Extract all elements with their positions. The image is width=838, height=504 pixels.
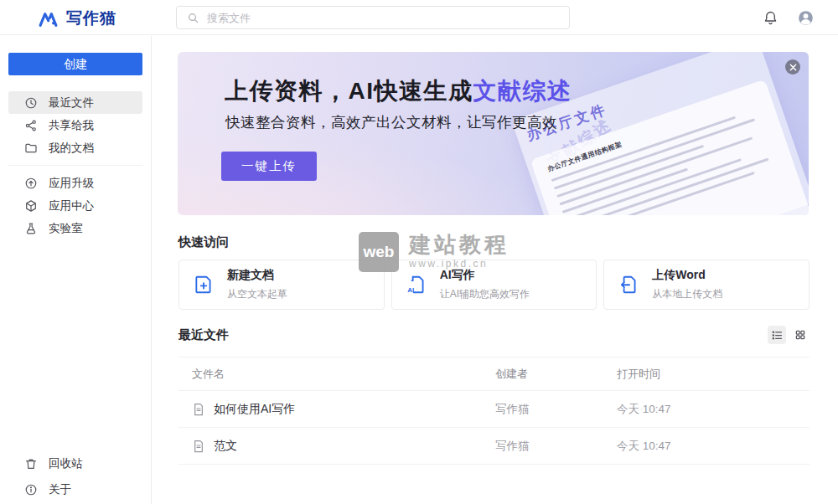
card-title: 新建文档	[227, 268, 287, 283]
file-creator: 写作猫	[495, 439, 617, 454]
folder-icon	[24, 141, 38, 155]
card-subtitle: 从本地上传文档	[652, 287, 722, 301]
grid-view-icon[interactable]	[791, 326, 810, 344]
file-name-cell: 范文	[192, 439, 495, 454]
quick-access-cards: 新建文档 从空文本起草 AI AI写作 让AI辅助您高效写作	[178, 260, 810, 310]
sidebar-item-label: 最近文件	[49, 95, 94, 111]
card-upload-word[interactable]: 上传Word 从本地上传文档	[603, 260, 810, 310]
one-click-upload-button[interactable]: 一键上传	[221, 152, 317, 181]
logo-icon	[38, 9, 59, 28]
table-header-row: 文件名 创建者 打开时间	[178, 357, 810, 391]
doc-text-line	[559, 137, 753, 206]
app-logo[interactable]: 写作猫	[38, 8, 116, 29]
card-text: AI写作 让AI辅助您高效写作	[440, 268, 530, 301]
flask-icon	[24, 222, 38, 235]
sidebar-divider	[8, 165, 142, 166]
file-name: 如何使用AI写作	[214, 402, 295, 417]
sidebar-nav: 最近文件 共享给我 我的文档	[0, 91, 151, 239]
trash-icon	[24, 457, 38, 471]
doc-ai-icon: AI	[406, 274, 427, 296]
sidebar-item-shared-with-me[interactable]: 共享给我	[8, 114, 142, 136]
sidebar-item-label: 实验室	[49, 221, 83, 236]
card-new-document[interactable]: 新建文档 从空文本起草	[178, 260, 385, 310]
file-name-cell: 如何使用AI写作	[192, 402, 495, 417]
table-row[interactable]: 如何使用AI写作 写作猫 今天 10:47	[178, 391, 810, 428]
sidebar-item-label: 我的文档	[49, 141, 94, 156]
user-avatar-icon[interactable]	[797, 9, 815, 27]
sidebar-item-app-center[interactable]: 应用中心	[8, 194, 142, 217]
sidebar: 创建 最近文件 共享给我	[0, 36, 152, 504]
sidebar-item-label: 应用中心	[49, 198, 94, 213]
sidebar-item-recycle-bin[interactable]: 回收站	[8, 452, 142, 475]
cube-icon	[24, 199, 38, 213]
arrow-up-circle-icon	[24, 177, 38, 190]
sidebar-item-lab[interactable]: 实验室	[8, 217, 142, 239]
sidebar-item-about[interactable]: 关于	[8, 478, 142, 501]
file-opened-time: 今天 10:47	[617, 402, 810, 417]
card-title: 上传Word	[652, 268, 722, 283]
card-ai-writing[interactable]: AI AI写作 让AI辅助您高效写作	[391, 260, 597, 310]
card-text: 上传Word 从本地上传文档	[652, 268, 722, 301]
search-input[interactable]	[207, 12, 559, 24]
sidebar-bottom-nav: 回收站 关于	[0, 452, 151, 504]
sidebar-item-app-upgrade[interactable]: 应用升级	[8, 172, 142, 194]
column-header-opened-time: 打开时间	[617, 367, 810, 382]
table-row[interactable]: 范文 写作猫 今天 10:47	[178, 428, 810, 465]
sidebar-item-my-documents[interactable]: 我的文档	[8, 136, 142, 159]
sidebar-item-label: 应用升级	[49, 176, 94, 191]
document-icon	[192, 439, 205, 454]
file-creator: 写作猫	[495, 402, 617, 417]
sidebar-item-label: 回收站	[49, 456, 83, 471]
clock-icon	[24, 96, 38, 110]
card-subtitle: 从空文本起草	[227, 287, 287, 301]
top-header: 写作猫	[0, 0, 838, 35]
column-header-filename: 文件名	[192, 367, 495, 382]
column-header-creator: 创建者	[495, 367, 617, 382]
doc-upload-icon	[618, 274, 639, 296]
quick-access-title: 快速访问	[178, 234, 229, 250]
svg-text:AI: AI	[407, 286, 414, 294]
card-text: 新建文档 从空文本起草	[227, 268, 287, 301]
banner-title: 上传资料，AI快速生成文献综述	[225, 75, 572, 107]
search-bar[interactable]	[176, 6, 570, 29]
logo-text: 写作猫	[66, 8, 116, 29]
banner-close-icon[interactable]	[785, 59, 800, 75]
file-name: 范文	[214, 439, 237, 454]
banner-title-highlight: 文献综述	[473, 78, 572, 104]
sidebar-item-label: 关于	[49, 482, 71, 497]
banner-subtitle: 快速整合资料，高效产出公文材料，让写作更高效	[225, 112, 557, 132]
recent-files-table: 文件名 创建者 打开时间 如何使用AI写作 写作猫 今天 10:47	[178, 357, 810, 465]
list-view-icon[interactable]	[768, 326, 786, 344]
document-icon	[192, 402, 205, 417]
info-circle-icon	[24, 483, 38, 496]
file-opened-time: 今天 10:47	[617, 439, 810, 454]
search-icon	[187, 12, 199, 24]
header-actions	[763, 0, 815, 35]
notification-bell-icon[interactable]	[763, 10, 779, 26]
recent-files-header: 最近文件	[178, 326, 810, 344]
view-toggle	[768, 326, 810, 344]
sidebar-item-label: 共享给我	[49, 118, 94, 133]
share-icon	[24, 119, 38, 132]
recent-files-title: 最近文件	[178, 327, 229, 343]
promo-banner: 办公厅文件 文献综述 办公厅文件通用结构框架 上传资料，AI快速生成文献综述 快…	[178, 52, 809, 215]
banner-title-prefix: 上传资料，AI快速生成	[225, 78, 473, 104]
main-content: 办公厅文件 文献综述 办公厅文件通用结构框架 上传资料，AI快速生成文献综述 快…	[153, 36, 838, 504]
sidebar-item-recent-files[interactable]: 最近文件	[8, 91, 142, 114]
card-title: AI写作	[440, 268, 530, 283]
doc-plus-icon	[193, 274, 215, 296]
create-button[interactable]: 创建	[8, 53, 142, 75]
card-subtitle: 让AI辅助您高效写作	[440, 287, 530, 301]
